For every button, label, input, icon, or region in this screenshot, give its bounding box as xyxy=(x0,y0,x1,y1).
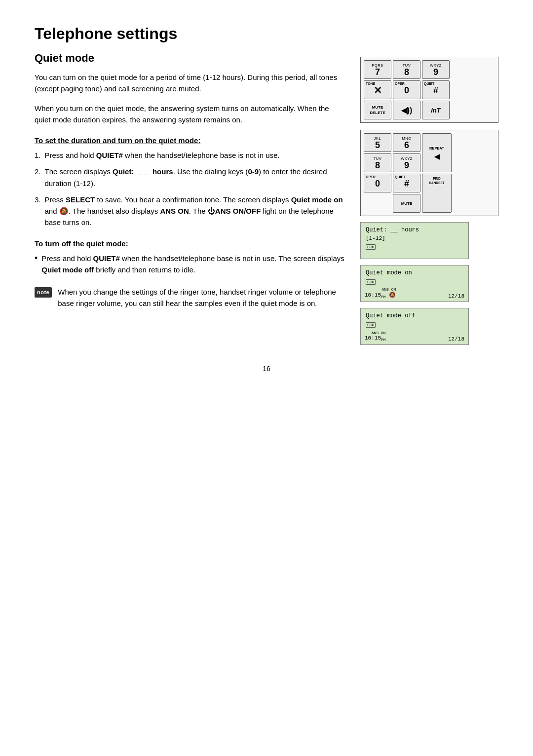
screen3-bottom: ANS ON 10:15PM 12/18 xyxy=(365,331,464,342)
key-find-label: FINDHANDSET xyxy=(429,176,444,185)
bullet-item-1-text: Press and hold QUIET# when the handset/t… xyxy=(41,253,345,276)
key-mute-lower-label: MUTE xyxy=(401,201,413,206)
key-quiet-lower-main: # xyxy=(404,179,409,188)
key-quiet-main: # xyxy=(433,86,438,95)
screen3-time: 10:15PM xyxy=(365,335,386,342)
key-oper-label: OPER xyxy=(395,82,405,85)
screen3-eco: ECO xyxy=(366,322,463,328)
step-1: 1. Press and hold QUIET# when the handse… xyxy=(35,150,345,161)
screen1-line2: [1-12] xyxy=(366,235,463,241)
screen2-line1: Quiet mode on xyxy=(366,269,463,276)
screen3-ans-on: ANS ON xyxy=(365,331,386,335)
key-int-label: inT xyxy=(431,107,441,114)
screen2-bottom-left: ANS ON 10:15PM 🔕 xyxy=(365,287,396,299)
key-repeat-label: REPEAT xyxy=(429,146,444,151)
key-6: MNO 6 xyxy=(393,133,420,152)
steps-list: 1. Press and hold QUIET# when the handse… xyxy=(35,150,345,228)
key-oper-0-lower: OPER 0 xyxy=(364,174,391,192)
key-oper-0: OPER 0 xyxy=(393,80,420,99)
intro-paragraph-2: When you turn on the quiet mode, the ans… xyxy=(35,103,345,126)
key-quiet-label: QUIET xyxy=(424,82,434,85)
left-column: Quiet mode You can turn on the quiet mod… xyxy=(35,52,345,309)
key-quiet-lower: QUIET # xyxy=(393,174,420,192)
screen3-line1: Quiet mode off xyxy=(366,312,463,319)
key-empty xyxy=(364,194,391,213)
key-9-lower: WXYZ 9 xyxy=(393,153,420,172)
key-8-lower-main: 8 xyxy=(375,161,380,170)
screen2-date: 12/18 xyxy=(448,293,464,299)
key-tone-label: TONE xyxy=(366,82,375,85)
key-9-lower-main: 9 xyxy=(404,161,409,170)
screen2-bottom: ANS ON 10:15PM 🔕 12/18 xyxy=(365,287,464,299)
key-repeat-arrow: ◀ xyxy=(434,152,440,160)
screen2-ans-on: ANS ON xyxy=(365,287,396,292)
bullet-list: Press and hold QUIET# when the handset/t… xyxy=(35,253,345,276)
key-7: PQRS 7 xyxy=(364,60,391,79)
key-mute-delete: MUTEDELETE xyxy=(364,101,391,119)
key-mute-lower: MUTE xyxy=(393,194,420,213)
key-8-top: TUV 8 xyxy=(393,60,420,79)
step-3-num: 3. xyxy=(35,194,41,228)
screen-display-2: Quiet mode on ECO ANS ON 10:15PM 🔕 12/18 xyxy=(360,265,469,302)
step-2-text: The screen displays Quiet: _ _ hours. Us… xyxy=(45,166,345,189)
keypad-top-grid: PQRS 7 TUV 8 WXYZ 9 TONE ✕ OPER xyxy=(364,60,495,119)
eco-icon-1: ECO xyxy=(366,244,376,250)
key-oper-lower-label: OPER xyxy=(366,175,376,179)
turn-off-heading: To turn off the quiet mode: xyxy=(35,239,345,248)
bullet-item-1: Press and hold QUIET# when the handset/t… xyxy=(35,253,345,276)
eco-icon-2: ECO xyxy=(366,279,376,285)
step-2: 2. The screen displays Quiet: _ _ hours.… xyxy=(35,166,345,189)
screen1-line1: Quiet: __ hours xyxy=(366,227,463,233)
note-box: note When you change the settings of the… xyxy=(35,286,345,309)
key-8-top-main: 8 xyxy=(404,68,409,76)
section-title: Quiet mode xyxy=(35,52,345,65)
key-oper-lower-main: 0 xyxy=(375,179,380,188)
note-label: note xyxy=(35,287,52,298)
key-9-top: WXYZ 9 xyxy=(422,60,450,79)
screen3-date: 12/18 xyxy=(448,336,464,342)
screen-display-3: Quiet mode off ECO ANS ON 10:15PM 12/18 xyxy=(360,308,469,345)
key-9-top-main: 9 xyxy=(433,68,438,76)
key-tone: TONE ✕ xyxy=(364,80,391,99)
step-3: 3. Press SELECT to save. You hear a conf… xyxy=(35,194,345,228)
key-tone-main: ✕ xyxy=(374,85,382,95)
key-8-lower: TUV 8 xyxy=(364,153,391,172)
step-1-num: 1. xyxy=(35,150,41,161)
set-duration-heading: To set the duration and turn on the quie… xyxy=(35,136,345,145)
screen2-time: 10:15PM 🔕 xyxy=(365,292,396,299)
step-2-num: 2. xyxy=(35,166,41,189)
keypad-lower-grid: JKL 5 MNO 6 REPEAT ◀ TUV 8 WXYZ xyxy=(364,133,495,213)
note-text: When you change the settings of the ring… xyxy=(58,286,345,309)
step-3-text: Press SELECT to save. You hear a confirm… xyxy=(45,194,345,228)
screen1-eco: ECO xyxy=(366,244,463,250)
right-column: PQRS 7 TUV 8 WXYZ 9 TONE ✕ OPER xyxy=(360,57,498,345)
key-5: JKL 5 xyxy=(364,133,391,152)
key-5-main: 5 xyxy=(375,141,380,150)
keypad-lower-diagram: JKL 5 MNO 6 REPEAT ◀ TUV 8 WXYZ xyxy=(360,130,498,216)
intro-paragraph-1: You can turn on the quiet mode for a per… xyxy=(35,72,345,95)
key-quiet-lower-label: QUIET xyxy=(395,175,405,179)
key-int: inT xyxy=(422,101,450,119)
key-7-main: 7 xyxy=(375,68,380,76)
key-find-handset: FINDHANDSET xyxy=(422,174,452,213)
key-quiet-hash: QUIET # xyxy=(422,80,450,99)
screen3-bottom-left: ANS ON 10:15PM xyxy=(365,331,386,342)
key-oper-main: 0 xyxy=(404,86,409,95)
key-mute-delete-label: MUTEDELETE xyxy=(370,105,385,115)
key-6-main: 6 xyxy=(404,141,409,150)
key-repeat: REPEAT ◀ xyxy=(422,133,452,172)
step-1-text: Press and hold QUIET# when the handset/t… xyxy=(45,150,280,161)
screen-display-1: Quiet: __ hours [1-12] ECO xyxy=(360,222,469,259)
page-number: 16 xyxy=(35,365,498,373)
screen2-eco: ECO xyxy=(366,279,463,285)
keypad-top-diagram: PQRS 7 TUV 8 WXYZ 9 TONE ✕ OPER xyxy=(360,57,498,123)
eco-icon-3: ECO xyxy=(366,322,376,328)
page-title: Telephone settings xyxy=(35,25,498,43)
key-speaker-icon: ◀)) xyxy=(401,107,413,114)
key-speaker: ◀)) xyxy=(393,101,420,119)
